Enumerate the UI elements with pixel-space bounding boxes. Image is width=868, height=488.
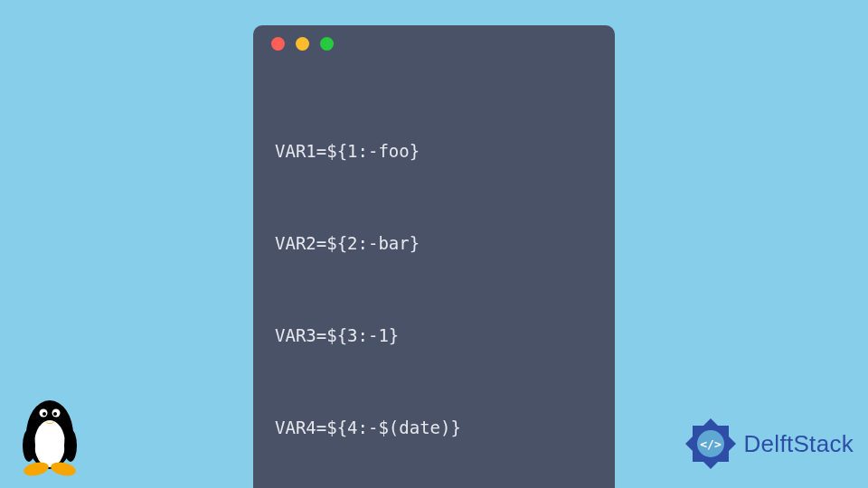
- window-titlebar: [253, 25, 615, 61]
- brand-name: DelftStack: [744, 430, 854, 458]
- minimize-icon: [296, 37, 309, 51]
- svg-point-8: [23, 429, 35, 462]
- tux-penguin-icon: [16, 391, 84, 477]
- brand-logo: </> DelftStack: [683, 416, 854, 472]
- code-line: VAR2=${2:-bar}: [275, 228, 593, 258]
- svg-point-5: [53, 412, 57, 416]
- svg-point-4: [42, 412, 46, 416]
- code-block: VAR1=${1:-foo} VAR2=${2:-bar} VAR3=${3:-…: [253, 61, 615, 488]
- code-line: VAR1=${1:-foo}: [275, 136, 593, 166]
- code-line: VAR3=${3:-1}: [275, 320, 593, 351]
- delftstack-icon: </>: [683, 416, 739, 472]
- close-icon: [271, 37, 285, 51]
- maximize-icon: [320, 37, 334, 51]
- svg-text:</>: </>: [700, 437, 722, 451]
- svg-point-9: [64, 429, 77, 462]
- svg-point-1: [34, 420, 65, 467]
- code-window: VAR1=${1:-foo} VAR2=${2:-bar} VAR3=${3:-…: [253, 25, 615, 488]
- code-line: VAR4=${4:-$(date)}: [275, 412, 593, 443]
